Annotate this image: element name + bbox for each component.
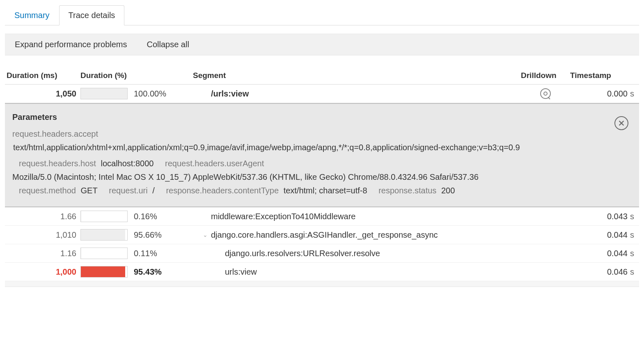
segment-name: middleware:ExceptionTo410Middleware [191, 212, 521, 221]
param-key: response.status [378, 186, 436, 195]
bar-fill [81, 229, 125, 240]
duration-bar [80, 229, 128, 241]
close-icon[interactable] [614, 116, 628, 130]
timestamp-unit: s [628, 89, 637, 99]
timestamp: 0.043 [570, 212, 628, 221]
timestamp: 0.044 [570, 230, 628, 240]
param-key: request.headers.accept [12, 127, 632, 141]
param-value: Mozilla/5.0 (Macintosh; Intel Mac OS X 1… [12, 172, 479, 181]
duration-pct: 0.11% [130, 249, 191, 258]
param-value: 200 [441, 186, 455, 195]
timestamp-unit: s [628, 267, 637, 277]
param-key: request.headers.userAgent [165, 159, 264, 168]
duration-ms: 1.66 [7, 212, 80, 221]
bar-fill [81, 266, 125, 277]
col-duration-ms: Duration (ms) [7, 71, 80, 80]
drilldown-cell [521, 88, 570, 99]
segment-name: django.urls.resolvers:URLResolver.resolv… [191, 249, 521, 258]
table-row[interactable]: 1,000 95.43% urls:view 0.046 s [5, 263, 639, 281]
table-row[interactable]: 1.66 0.16% middleware:ExceptionTo410Midd… [5, 207, 639, 226]
collapse-all-button[interactable]: Collapse all [137, 34, 199, 55]
param-value: text/html,application/xhtml+xml,applicat… [13, 141, 632, 154]
timestamp-unit: s [628, 249, 637, 258]
col-duration-pct: Duration (%) [80, 71, 191, 80]
tabs: Summary Trace details [5, 5, 639, 25]
duration-pct: 0.16% [130, 212, 191, 221]
duration-ms: 1,010 [7, 230, 80, 240]
param-value: localhost:8000 [101, 159, 154, 168]
parameters-title: Parameters [12, 110, 632, 124]
parameters-panel: Parameters request.headers.accept text/h… [5, 103, 639, 207]
param-value: GET [81, 186, 98, 195]
tab-summary[interactable]: Summary [5, 5, 59, 25]
duration-ms: 1,050 [7, 89, 80, 99]
segment-name: ⌄django.core.handlers.asgi:ASGIHandler._… [191, 230, 521, 240]
duration-pct: 100.00% [130, 89, 191, 99]
trace-table: Duration (ms) Duration (%) Segment Drill… [5, 69, 639, 287]
timestamp: 0.000 [570, 89, 628, 99]
chevron-down-icon[interactable]: ⌄ [203, 232, 208, 238]
drilldown-icon[interactable] [540, 88, 551, 99]
expand-problems-button[interactable]: Expand performance problems [5, 34, 137, 55]
param-key: request.method [19, 186, 76, 195]
duration-ms: 1.16 [7, 249, 80, 258]
param-key: response.headers.contentType [166, 186, 279, 195]
bar-fill [81, 88, 127, 99]
duration-ms: 1,000 [7, 267, 80, 277]
duration-bar [80, 88, 128, 99]
param-value: / [152, 186, 155, 195]
table-header: Duration (ms) Duration (%) Segment Drill… [5, 69, 639, 85]
timestamp-unit: s [628, 212, 637, 221]
col-timestamp: Timestamp [570, 71, 628, 80]
table-row[interactable]: 1,010 95.66% ⌄django.core.handlers.asgi:… [5, 226, 639, 244]
spacer-row [5, 281, 639, 287]
col-segment: Segment [191, 71, 521, 80]
duration-pct: 95.66% [130, 230, 191, 240]
tab-trace-details[interactable]: Trace details [59, 5, 125, 25]
segment-name: urls:view [191, 267, 521, 277]
duration-bar [80, 266, 128, 278]
param-value: text/html; charset=utf-8 [284, 186, 367, 195]
col-drilldown: Drilldown [521, 71, 570, 80]
param-key: request.headers.host [19, 159, 96, 168]
timestamp: 0.044 [570, 249, 628, 258]
segment-name: /urls:view [191, 89, 521, 99]
table-row[interactable]: 1,050 100.00% /urls:view 0.000 s [5, 85, 639, 103]
duration-bar [80, 211, 128, 222]
table-row[interactable]: 1.16 0.11% django.urls.resolvers:URLReso… [5, 244, 639, 263]
duration-pct: 95.43% [130, 267, 191, 277]
param-key: request.uri [109, 186, 148, 195]
duration-bar [80, 248, 128, 259]
timestamp: 0.046 [570, 267, 628, 277]
toolbar: Expand performance problems Collapse all [5, 34, 639, 55]
timestamp-unit: s [628, 230, 637, 240]
